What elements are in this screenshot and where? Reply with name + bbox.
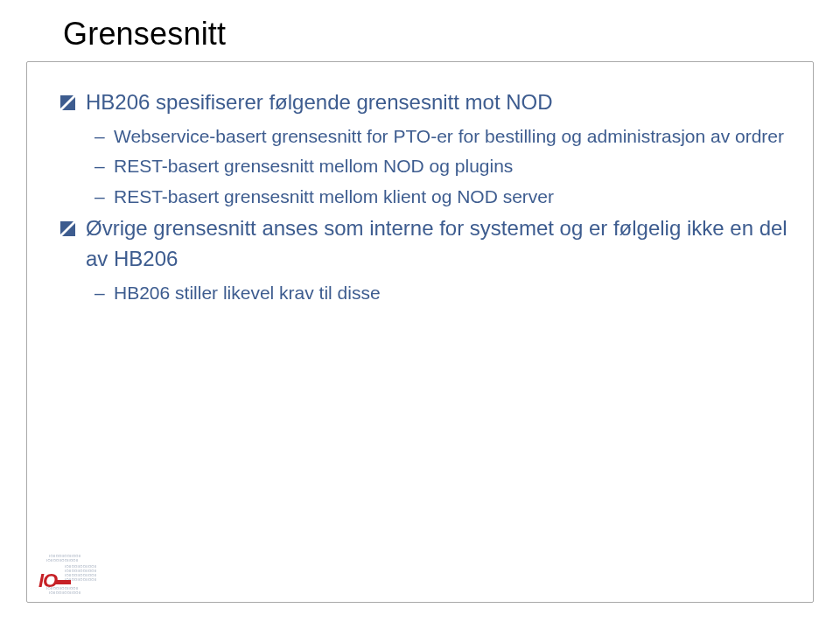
bullet-level1: Øvrige grensesnitt anses som interne for… (60, 213, 788, 275)
logo-dash-icon (55, 580, 71, 584)
company-logo: IOIIOOIIOOIIOOII IOIIOOIIOOIIOOII IOIIOO… (38, 554, 108, 594)
bullet-level2: Webservice-basert grensesnitt for PTO-er… (60, 123, 788, 150)
slide-title: Grensesnitt (63, 16, 226, 52)
logo-pattern-line: IOIIOOIIOOIIOOII (46, 558, 79, 563)
bullet-icon (61, 96, 74, 109)
bullet-level2: HB206 stiller likevel krav til disse (60, 280, 788, 306)
slide: Grensesnitt HB206 spesifiserer følgende … (0, 0, 840, 629)
bullet-level1: HB206 spesifiserer følgende grensesnitt … (60, 87, 788, 118)
logo-text-label: IO (38, 570, 57, 591)
bullet-level2: REST-basert grensesnitt mellom klient og… (60, 184, 788, 210)
bullet-text: HB206 stiller likevel krav til disse (114, 283, 381, 303)
logo-text: IO (38, 571, 71, 591)
content-area: HB206 spesifiserer følgende grensesnitt … (60, 87, 788, 310)
bullet-text: Webservice-basert grensesnitt for PTO-er… (114, 126, 784, 146)
bullet-icon (61, 222, 74, 235)
bullet-text: HB206 spesifiserer følgende grensesnitt … (86, 90, 553, 114)
bullet-text: REST-basert grensesnitt mellom NOD og pl… (114, 156, 513, 176)
bullet-text: Øvrige grensesnitt anses som interne for… (86, 216, 788, 270)
bullet-text: REST-basert grensesnitt mellom klient og… (114, 186, 554, 206)
bullet-level2: REST-basert grensesnitt mellom NOD og pl… (60, 153, 788, 179)
